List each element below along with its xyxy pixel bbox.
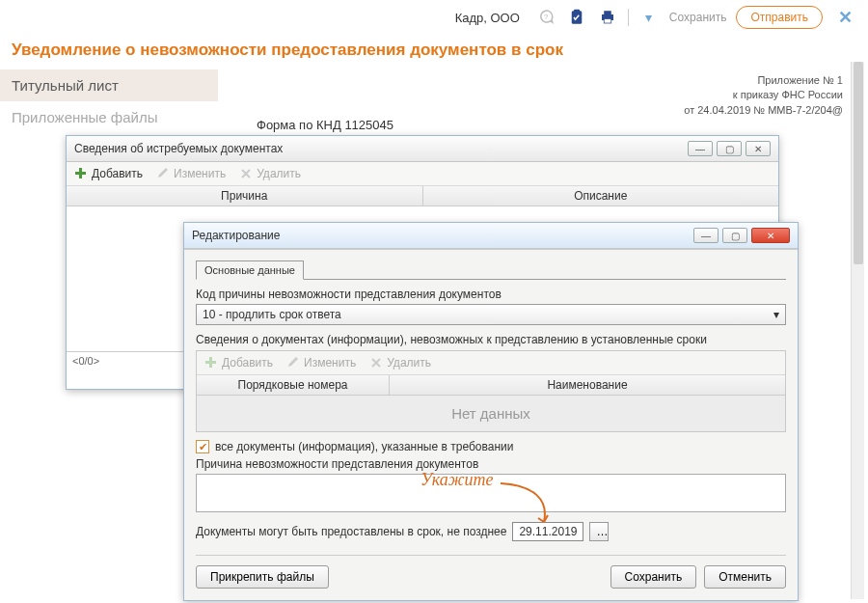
dialog2-title: Редактирование [192,229,280,242]
deadline-date-input[interactable]: 29.11.2019 [512,522,583,541]
docs-inner-panel: Добавить Изменить Удалить Порядковые ном… [196,350,786,432]
tab-main-data[interactable]: Основные данные [196,260,304,280]
chevron-down-icon[interactable]: ▾ [638,7,660,28]
svg-rect-7 [75,172,86,175]
delete-icon [369,356,383,370]
dialog1-maximize-button[interactable]: ▢ [717,141,742,156]
toolbar-divider [628,9,629,26]
dialog2-minimize-button[interactable]: — [693,228,719,243]
docs-toolbar: Добавить Изменить Удалить [197,351,785,375]
pencil-icon [286,356,300,370]
dialog2-tabbar: Основные данные [196,260,786,280]
dialog1-col-reason[interactable]: Причина [67,186,423,206]
reason-code-select[interactable]: 10 - продлить срок ответа ▾ [196,304,786,325]
plus-icon [204,356,218,370]
dialog1-close-button[interactable]: ✕ [746,141,771,156]
page-header: Титульный лист Приложенные файлы Приложе… [0,69,868,133]
dialog-save-button[interactable]: Сохранить [610,565,697,589]
meta-line-1: Приложение № 1 [222,73,843,88]
send-button[interactable]: Отправить [736,6,823,29]
comment-icon[interactable]: ? [535,7,556,28]
dialog2-close-button[interactable]: ✕ [751,228,790,243]
dialog2-button-row: Прикрепить файлы Сохранить Отменить [196,555,786,589]
form-code: Форма по КНД 1125045 [257,118,393,132]
docs-edit-button: Изменить [286,356,356,370]
deadline-label: Документы могут быть предоставлены в сро… [196,525,506,538]
side-tabs: Титульный лист Приложенные файлы [0,69,222,133]
all-docs-checkbox[interactable]: ✔ [196,440,209,453]
dialog1-col-description[interactable]: Описание [423,186,779,206]
print-icon[interactable] [597,7,618,28]
reason-code-label: Код причины невозможности представления … [196,288,786,301]
page-scrollbar[interactable] [851,62,864,599]
svg-text:?: ? [544,13,548,21]
save-link: Сохранить [669,11,727,24]
dialog2-titlebar[interactable]: Редактирование — ▢ ✕ [184,223,798,249]
svg-rect-9 [205,361,216,364]
docs-delete-label: Удалить [387,356,431,370]
docs-delete-button: Удалить [369,356,431,370]
docs-col-name[interactable]: Наименование [390,375,785,395]
dialog1-delete-label: Удалить [257,167,301,180]
close-icon[interactable]: ✕ [832,7,858,28]
docs-section-label: Сведения о документах (информации), нево… [196,333,786,346]
svg-rect-2 [574,10,580,14]
meta-line-2: к приказу ФНС России [222,88,843,102]
meta-line-3: от 24.04.2019 № ММВ-7-2/204@ [222,103,843,118]
reason-text-label: Причина невозможности представления доку… [196,457,786,471]
dialog1-toolbar: Добавить Изменить Удалить [67,162,778,186]
svg-rect-5 [604,19,611,24]
scroll-thumb[interactable] [854,62,863,264]
dialog1-delete-button: Удалить [239,167,301,180]
docs-table-header: Порядковые номера Наименование [197,375,785,396]
reason-textarea[interactable] [196,474,786,512]
all-docs-checkbox-row[interactable]: ✔ все документы (информация), указанные … [196,440,786,453]
dialog2-maximize-button[interactable]: ▢ [722,228,747,243]
edit-dialog: Редактирование — ▢ ✕ Основные данные Код… [183,222,799,601]
pencil-icon [156,167,170,180]
svg-rect-4 [604,11,611,14]
dialog1-edit-label: Изменить [174,167,226,180]
dialog1-add-label: Добавить [92,167,143,180]
dialog1-edit-button: Изменить [156,167,226,180]
docs-edit-label: Изменить [304,356,356,370]
delete-icon [239,167,253,180]
company-name: Кадр, ООО [455,11,520,25]
dialog1-titlebar[interactable]: Сведения об истребуемых документах — ▢ ✕ [67,136,778,162]
reason-code-value: 10 - продлить срок ответа [203,308,341,321]
dialog1-title: Сведения об истребуемых документах [74,142,283,155]
top-toolbar: Кадр, ООО ? ▾ Сохранить Отправить ✕ [0,0,868,35]
docs-add-button: Добавить [204,356,273,370]
attach-files-button[interactable]: Прикрепить файлы [196,565,329,589]
all-docs-checkbox-label: все документы (информация), указанные в … [215,440,513,453]
plus-icon [74,167,88,180]
document-title: Уведомление о невозможности предоставлен… [0,35,868,69]
dialog1-minimize-button[interactable]: — [688,141,713,156]
docs-nodata: Нет данных [197,396,785,431]
clipboard-icon[interactable] [566,7,587,28]
dialog-cancel-button[interactable]: Отменить [704,565,786,589]
date-picker-button[interactable]: … [589,522,609,541]
docs-add-label: Добавить [222,356,273,370]
docs-col-numbers[interactable]: Порядковые номера [197,375,390,395]
tab-attached-files[interactable]: Приложенные файлы [0,101,222,133]
dialog1-table-header: Причина Описание [67,186,778,206]
deadline-row: Документы могут быть предоставлены в сро… [196,522,786,541]
tab-title-page[interactable]: Титульный лист [0,69,222,101]
chevron-down-icon: ▾ [773,308,779,321]
dialog1-add-button[interactable]: Добавить [74,167,143,180]
